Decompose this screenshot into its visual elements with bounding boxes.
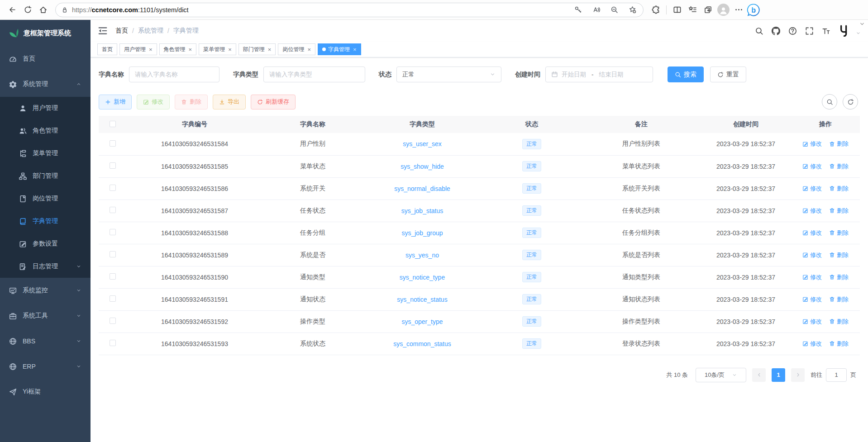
row-edit-link[interactable]: 修改 [802, 273, 822, 281]
read-aloud-button[interactable] [591, 5, 601, 15]
sidebar-item-param-settings[interactable]: 参数设置 [0, 233, 91, 255]
sidebar-item-dept-management[interactable]: 部门管理 [0, 165, 91, 187]
prev-page-button[interactable] [752, 368, 766, 382]
collections-button[interactable] [700, 2, 715, 18]
row-checkbox[interactable] [110, 251, 116, 257]
add-favorite-button[interactable] [627, 5, 638, 15]
sidebar-item-user-management[interactable]: 用户管理 [0, 97, 91, 119]
row-checkbox[interactable] [110, 295, 116, 302]
github-button[interactable] [769, 24, 782, 37]
tab-close-icon[interactable]: × [228, 47, 232, 52]
next-page-button[interactable] [791, 368, 805, 382]
refresh-cache-button[interactable]: 刷新缓存 [251, 95, 296, 109]
dict-type-link[interactable]: sys_job_group [401, 229, 443, 237]
edit-button[interactable]: 修改 [137, 95, 170, 109]
row-edit-link[interactable]: 修改 [802, 251, 822, 259]
row-edit-link[interactable]: 修改 [802, 207, 822, 215]
row-delete-link[interactable]: 删除 [829, 340, 849, 348]
docs-button[interactable] [786, 24, 799, 37]
edge-flyout-collapse-icon[interactable] [859, 21, 865, 27]
row-delete-link[interactable]: 删除 [829, 185, 849, 193]
dict-type-link[interactable]: sys_notice_status [397, 296, 447, 303]
row-delete-link[interactable]: 删除 [829, 273, 849, 281]
row-edit-link[interactable]: 修改 [802, 229, 822, 237]
dict-type-link[interactable]: sys_common_status [393, 340, 451, 347]
sidebar-item-log-management[interactable]: 日志管理 [0, 255, 91, 278]
dict-type-link[interactable]: sys_user_sex [403, 140, 442, 147]
dict-type-input[interactable]: 请输入字典类型 [263, 67, 365, 82]
row-delete-link[interactable]: 删除 [829, 229, 849, 237]
tab-user-management[interactable]: 用户管理× [119, 43, 157, 55]
profile-button[interactable] [715, 2, 731, 18]
tab-close-icon[interactable]: × [149, 47, 153, 52]
header-search-button[interactable] [753, 24, 765, 37]
tab-close-icon[interactable]: × [189, 47, 192, 52]
row-edit-link[interactable]: 修改 [802, 162, 822, 171]
status-select[interactable]: 正常 [396, 67, 501, 82]
row-checkbox[interactable] [110, 207, 116, 213]
row-delete-link[interactable]: 删除 [829, 251, 849, 259]
page-size-select[interactable]: 10条/页 [696, 368, 746, 382]
browser-reload-button[interactable] [20, 2, 35, 18]
select-all-checkbox[interactable] [110, 121, 116, 127]
dict-name-input[interactable]: 请输入字典名称 [129, 67, 219, 82]
dict-type-link[interactable]: sys_normal_disable [394, 185, 450, 192]
zoom-out-button[interactable] [609, 5, 620, 15]
delete-button[interactable]: 删除 [175, 95, 208, 109]
sidebar-item-menu-management[interactable]: 菜单管理 [0, 142, 91, 165]
tab-dict-management[interactable]: 字典管理× [318, 43, 361, 55]
tab-close-icon[interactable]: × [307, 47, 311, 52]
sidebar-item-post-management[interactable]: 岗位管理 [0, 187, 91, 210]
dict-type-link[interactable]: sys_notice_type [400, 274, 445, 281]
search-button[interactable]: 搜索 [668, 67, 704, 82]
dict-type-link[interactable]: sys_yes_no [405, 252, 439, 259]
sidebar-item-system-tools[interactable]: 系统工具 [0, 303, 91, 328]
tab-role-management[interactable]: 角色管理× [159, 43, 197, 55]
tab-dept-management[interactable]: 部门管理× [238, 43, 276, 55]
row-checkbox[interactable] [110, 273, 116, 280]
sidebar-item-yi-framework[interactable]: Yi框架 [0, 379, 91, 404]
caret-down-icon[interactable] [856, 31, 861, 36]
breadcrumb-item[interactable]: 首页 [115, 27, 128, 35]
row-delete-link[interactable]: 删除 [829, 162, 849, 171]
tab-close-icon[interactable]: × [268, 47, 272, 52]
dict-type-link[interactable]: sys_oper_type [401, 318, 443, 325]
sidebar-fold-icon[interactable] [98, 26, 108, 36]
row-delete-link[interactable]: 删除 [829, 140, 849, 148]
user-menu-button[interactable] [836, 24, 852, 38]
browser-home-button[interactable] [35, 2, 51, 18]
favorites-button[interactable] [685, 2, 700, 18]
sidebar-item-home[interactable]: 首页 [0, 46, 91, 71]
split-screen-button[interactable] [669, 2, 685, 18]
page-number-button[interactable]: 1 [772, 368, 785, 382]
bing-chat-button[interactable]: b [746, 3, 761, 17]
date-range-picker[interactable]: 开始日期 - 结束日期 [545, 67, 653, 82]
row-checkbox[interactable] [110, 318, 116, 324]
row-checkbox[interactable] [110, 340, 116, 346]
row-delete-link[interactable]: 删除 [829, 295, 849, 304]
row-edit-link[interactable]: 修改 [802, 185, 822, 193]
browser-menu-button[interactable] [731, 2, 746, 18]
sidebar-item-bbs[interactable]: BBS [0, 328, 91, 354]
address-bar[interactable]: https://ccnetcore.com:1101/system/dict [55, 3, 644, 17]
app-logo[interactable]: 意框架管理系统 [0, 20, 91, 46]
sidebar-item-system-monitor[interactable]: 系统监控 [0, 278, 91, 303]
tab-close-icon[interactable]: × [353, 47, 357, 52]
reset-button[interactable]: 重置 [710, 67, 746, 82]
password-button[interactable] [572, 5, 583, 15]
sidebar-item-role-management[interactable]: 角色管理 [0, 119, 91, 142]
row-checkbox[interactable] [110, 162, 116, 169]
row-edit-link[interactable]: 修改 [802, 340, 822, 348]
fullscreen-button[interactable] [803, 24, 816, 37]
sidebar-item-erp[interactable]: ERP [0, 354, 91, 379]
goto-page-input[interactable] [826, 368, 847, 382]
row-edit-link[interactable]: 修改 [802, 295, 822, 304]
tab-menu-management[interactable]: 菜单管理× [199, 43, 236, 55]
row-delete-link[interactable]: 删除 [829, 207, 849, 215]
row-checkbox[interactable] [110, 185, 116, 191]
refresh-table-button[interactable] [843, 94, 858, 109]
url-text[interactable]: https://ccnetcore.com:1101/system/dict [72, 6, 569, 14]
row-checkbox[interactable] [110, 140, 116, 147]
toggle-search-button[interactable] [822, 94, 837, 109]
dict-type-link[interactable]: sys_job_status [401, 207, 444, 214]
